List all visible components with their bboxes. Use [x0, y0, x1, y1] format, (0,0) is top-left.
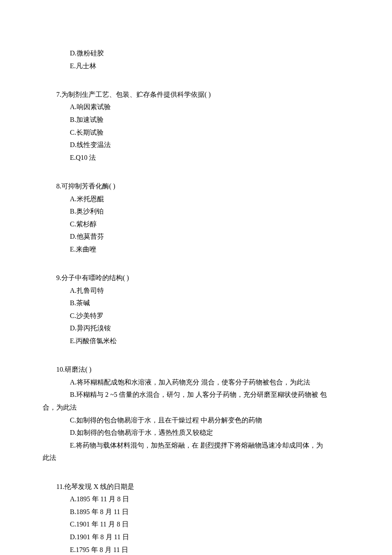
question-10: 10.研磨法( ) A.将环糊精配成饱和水溶液，加入药物充分 混合，使客分子药物…	[43, 363, 349, 464]
option-9a: A.扎鲁司特	[43, 284, 349, 297]
option-11b: B.1895 年 8 月 11 日	[43, 506, 349, 518]
option-7b: B.加速试验	[43, 113, 349, 126]
option-11a: A.1895 年 11 月 8 日	[43, 493, 349, 506]
option-7d: D.线性变温法	[43, 139, 349, 151]
option-9b: B.茶碱	[43, 297, 349, 309]
option-7e: E.Q10 法	[43, 151, 349, 164]
question-9: 9.分子中有嘌呤的结构( ) A.扎鲁司特 B.茶碱 C.沙美特罗 D.异丙托溴…	[43, 272, 349, 347]
option-6d: D.微粉硅胶	[43, 47, 349, 60]
option-11d: D.1901 年 8 月 11 日	[43, 531, 349, 543]
option-10c: C.如制得的包合物易溶于水，且在干燥过程 中易分解变色的药物	[43, 414, 349, 427]
option-10e-line1: E.将药物与载体材料混句，加热至熔融，在 剧烈搅拌下将熔融物迅速冷却成同体，为	[43, 439, 349, 452]
option-8c: C.紫杉醇	[43, 218, 349, 231]
option-10e-line2: 此法	[43, 451, 349, 464]
option-7c: C.长期试验	[43, 126, 349, 139]
question-7: 7.为制剂生产工艺、包装、贮存条件提供科学依据( ) A.响因素试验 B.加速试…	[43, 88, 349, 164]
option-11e: E.1795 年 8 月 11 日	[43, 543, 349, 555]
option-8b: B.奥沙利铂	[43, 205, 349, 218]
option-10d: D.如制得的包合物易溶于水，遇热性质又较稳定	[43, 426, 349, 439]
question-11: 11.伦琴发现 X 线的日期是 A.1895 年 11 月 8 日 B.1895…	[43, 480, 349, 555]
option-6e: E.凡士林	[43, 60, 349, 72]
option-9d: D.异丙托溴铵	[43, 322, 349, 335]
question-8: 8.可抑制芳香化酶( ) A.米托恩醌 B.奥沙利铂 C.紫杉醇 D.他莫昔芬 …	[43, 180, 349, 256]
question-9-text: 9.分子中有嘌呤的结构( )	[43, 272, 349, 284]
option-10a: A.将环糊精配成饱和水溶液，加入药物充分 混合，使客分子药物被包合，为此法	[43, 376, 349, 389]
option-8a: A.米托恩醌	[43, 193, 349, 205]
question-8-text: 8.可抑制芳香化酶( )	[43, 180, 349, 193]
option-8d: D.他莫昔芬	[43, 230, 349, 243]
question-7-text: 7.为制剂生产工艺、包装、贮存条件提供科学依据( )	[43, 88, 349, 101]
option-9c: C.沙美特罗	[43, 309, 349, 322]
option-10b-line2: 合，为此法	[43, 401, 349, 414]
option-7a: A.响因素试验	[43, 101, 349, 113]
option-11c: C.1901 年 11 月 8 日	[43, 518, 349, 531]
question-6-partial: D.微粉硅胶 E.凡士林	[43, 47, 349, 72]
option-8e: E.来曲唑	[43, 243, 349, 256]
question-10-text: 10.研磨法( )	[43, 363, 349, 376]
question-11-text: 11.伦琴发现 X 线的日期是	[43, 480, 349, 493]
option-10b-line1: B.环糊精与 2 ~5 倍量的水混合，研匀，加 人客分子药物，充分研磨至糊状使药…	[43, 388, 349, 401]
option-9e: E.丙酸倍氯米松	[43, 335, 349, 347]
